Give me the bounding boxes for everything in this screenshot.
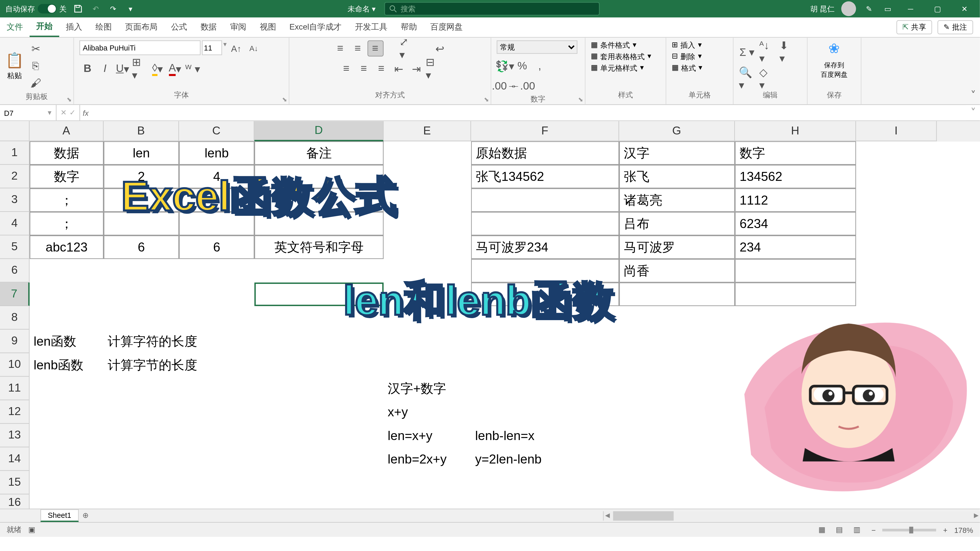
- fill-color-icon[interactable]: ◊ ▾: [149, 60, 165, 76]
- tab-baidu[interactable]: 百度网盘: [424, 17, 469, 37]
- row-header[interactable]: 6: [0, 259, 30, 283]
- italic-button[interactable]: I: [97, 60, 113, 76]
- sort-filter-icon[interactable]: ᴬ↓ ▾: [759, 44, 775, 60]
- formula-expand-icon[interactable]: ˅: [966, 106, 980, 119]
- row-header[interactable]: 1: [0, 141, 30, 165]
- column-header[interactable]: F: [471, 121, 619, 141]
- row-header[interactable]: 14: [0, 448, 30, 471]
- row-header[interactable]: 13: [0, 424, 30, 447]
- orientation-icon[interactable]: ⤢ ▾: [399, 40, 415, 56]
- cell[interactable]: 计算字节的长度: [103, 353, 383, 376]
- cell[interactable]: [471, 212, 619, 235]
- zoom-out-button[interactable]: −: [872, 526, 876, 534]
- clipboard-launcher-icon[interactable]: ⬊: [67, 96, 72, 103]
- find-icon[interactable]: 🔍 ▾: [739, 71, 755, 87]
- cell[interactable]: abc123: [30, 235, 103, 259]
- cell[interactable]: 马可波罗: [619, 235, 735, 259]
- delete-cells-button[interactable]: ⊟删除 ▾: [672, 52, 702, 62]
- cell[interactable]: 张飞: [619, 165, 735, 188]
- align-left-icon[interactable]: ≡: [338, 60, 354, 76]
- font-color-icon[interactable]: A ▾: [167, 60, 183, 76]
- cell[interactable]: 数字: [30, 165, 103, 188]
- tab-data[interactable]: 数据: [194, 17, 223, 37]
- close-button[interactable]: ✕: [954, 0, 974, 17]
- row-header[interactable]: 5: [0, 235, 30, 259]
- number-format-select[interactable]: 常规: [496, 40, 577, 54]
- confirm-formula-icon[interactable]: ✓: [69, 108, 76, 117]
- row-header[interactable]: 3: [0, 188, 30, 212]
- cancel-formula-icon[interactable]: ✕: [60, 108, 67, 117]
- add-sheet-button[interactable]: ⊕: [79, 511, 92, 520]
- currency-icon[interactable]: 💱▾: [496, 58, 513, 74]
- cell[interactable]: lenb函数: [30, 353, 103, 376]
- align-launcher-icon[interactable]: ⬊: [484, 96, 489, 103]
- align-center-icon[interactable]: ≡: [356, 60, 372, 76]
- cell[interactable]: 英文符号和字母: [255, 235, 383, 259]
- phonetic-icon[interactable]: ᵂ ▾: [185, 60, 200, 76]
- tab-formulas[interactable]: 公式: [164, 17, 194, 37]
- format-cells-button[interactable]: ▦格式 ▾: [672, 63, 703, 73]
- cell[interactable]: x+y: [383, 400, 471, 424]
- conditional-format-button[interactable]: ▦条件格式 ▾: [591, 40, 636, 51]
- cell-style-button[interactable]: ▦单元格样式 ▾: [591, 63, 644, 73]
- pen-icon[interactable]: ✎: [863, 3, 875, 15]
- underline-button[interactable]: U ▾: [115, 60, 130, 76]
- share-button[interactable]: ⇱共享: [896, 20, 932, 34]
- tab-page-layout[interactable]: 页面布局: [118, 17, 164, 37]
- column-header[interactable]: C: [179, 121, 254, 141]
- tab-excel-self[interactable]: Excel自学成才: [283, 17, 348, 37]
- align-right-icon[interactable]: ≡: [373, 60, 389, 76]
- name-box[interactable]: D7 ▾: [0, 105, 57, 121]
- row-header[interactable]: 2: [0, 165, 30, 188]
- cell[interactable]: 马可波罗234: [471, 235, 619, 259]
- cell[interactable]: 6: [103, 235, 179, 259]
- cell[interactable]: 原始数据: [471, 141, 619, 165]
- cell[interactable]: [471, 188, 619, 212]
- font-name-select[interactable]: [80, 40, 200, 55]
- row-header[interactable]: 10: [0, 353, 30, 376]
- align-bottom-icon[interactable]: ≡: [367, 40, 383, 56]
- row-header[interactable]: 15: [0, 471, 30, 494]
- cell[interactable]: 134562: [735, 165, 856, 188]
- insert-cells-button[interactable]: ⊞插入 ▾: [672, 40, 702, 51]
- select-all-button[interactable]: [0, 121, 30, 141]
- cell[interactable]: len函数: [30, 330, 103, 353]
- decrease-decimal-icon[interactable]: ←.00: [514, 78, 530, 94]
- zoom-level[interactable]: 178%: [954, 526, 973, 534]
- search-input[interactable]: 搜索: [384, 2, 599, 16]
- tab-help[interactable]: 帮助: [394, 17, 424, 37]
- spreadsheet-grid[interactable]: ABCDEFGHI 12345678910111213141516 数据lenl…: [0, 121, 980, 509]
- cell[interactable]: 备注: [255, 141, 383, 165]
- cell[interactable]: y=2len-lenb: [471, 448, 619, 471]
- tab-view[interactable]: 视图: [253, 17, 283, 37]
- border-icon[interactable]: ⊞ ▾: [132, 60, 148, 76]
- cell[interactable]: 诸葛亮: [619, 188, 735, 212]
- user-avatar-icon[interactable]: [841, 1, 856, 16]
- autosum-icon[interactable]: Σ ▾: [739, 44, 755, 60]
- horizontal-scrollbar[interactable]: ◀ ▶: [603, 511, 980, 520]
- column-header[interactable]: E: [383, 121, 471, 141]
- ribbon-collapse-icon[interactable]: ˅: [970, 89, 976, 102]
- cell[interactable]: lenb: [179, 141, 254, 165]
- comments-button[interactable]: ✎批注: [937, 20, 973, 34]
- undo-icon[interactable]: ↶: [89, 3, 102, 15]
- zoom-in-button[interactable]: +: [943, 526, 948, 534]
- maximize-button[interactable]: ▢: [928, 0, 948, 17]
- page-layout-view-icon[interactable]: ▤: [831, 522, 847, 538]
- cell[interactable]: 数字: [735, 141, 856, 165]
- number-launcher-icon[interactable]: ⬊: [578, 96, 584, 103]
- merge-cells-icon[interactable]: ⊟ ▾: [426, 60, 442, 76]
- cell[interactable]: 234: [735, 235, 856, 259]
- column-header[interactable]: D: [255, 121, 383, 141]
- cell[interactable]: 计算字符的长度: [103, 330, 383, 353]
- bold-button[interactable]: B: [80, 60, 95, 76]
- column-header[interactable]: I: [856, 121, 937, 141]
- qat-dropdown-icon[interactable]: ▾: [124, 3, 137, 15]
- cell[interactable]: 6: [179, 235, 254, 259]
- row-header[interactable]: 16: [0, 494, 30, 508]
- fx-icon[interactable]: fx: [80, 109, 91, 117]
- cell[interactable]: 6234: [735, 212, 856, 235]
- ribbon-display-icon[interactable]: ▭: [881, 3, 894, 15]
- decrease-indent-icon[interactable]: ⇤: [391, 60, 407, 76]
- clear-icon[interactable]: ◇ ▾: [759, 71, 775, 87]
